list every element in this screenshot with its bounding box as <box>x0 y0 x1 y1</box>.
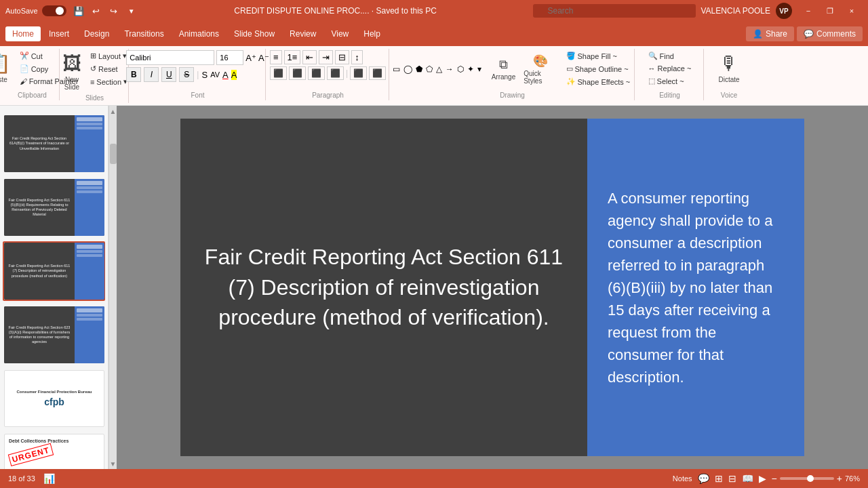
menu-review[interactable]: Review <box>283 26 323 41</box>
slide-thumb-16[interactable]: Fair Credit Reporting Act Section 611 (5… <box>3 178 105 237</box>
shape-effects-button[interactable]: ✨ Shape Effects ~ <box>563 76 634 87</box>
increase-indent-button[interactable]: ⇥ <box>319 50 333 64</box>
user-area: VALENCIA POOLE VP <box>701 3 793 19</box>
undo-button[interactable]: ↩ <box>90 4 103 18</box>
section-button[interactable]: ≡Section ▾ <box>87 76 131 87</box>
window-controls: − ❐ × <box>797 3 863 18</box>
bold-button[interactable]: B <box>126 67 141 82</box>
shape-cell[interactable]: ⬡ <box>456 64 465 75</box>
justify-button[interactable]: ⬛ <box>327 66 344 80</box>
search-input[interactable] <box>533 4 696 18</box>
drawing-label: Drawing <box>500 90 525 99</box>
menu-transitions[interactable]: Transitions <box>117 26 170 41</box>
replace-button[interactable]: ↔Replace ~ <box>645 63 695 74</box>
menu-view[interactable]: View <box>324 26 355 41</box>
slide-thumb-17[interactable]: Fair Credit Reporting Act Section 611 (7… <box>3 241 105 301</box>
char-spacing-button[interactable]: AV <box>210 70 220 79</box>
font-name-input[interactable] <box>126 50 214 65</box>
new-slide-button[interactable]: 🖼 New Slide <box>58 50 85 93</box>
decrease-indent-button[interactable]: ⇤ <box>302 50 317 64</box>
shape-cell[interactable]: ✦ <box>466 64 475 75</box>
underline-button[interactable]: U <box>161 67 176 82</box>
dictate-button[interactable]: 🎙 Dictate <box>714 50 743 85</box>
slide-thumb-20[interactable]: Debt Collections Practices URGENT <box>3 432 105 469</box>
shape-cell[interactable]: ◯ <box>402 64 414 75</box>
menu-insert[interactable]: Insert <box>42 26 76 41</box>
reset-button[interactable]: ↺Reset <box>87 63 131 75</box>
highlight-button[interactable]: A <box>231 70 237 80</box>
shape-cell[interactable]: △ <box>435 64 443 75</box>
slide-thumb-19[interactable]: Consumer Financial Protection Bureau cfp… <box>3 369 105 428</box>
slide-body-text: A consumer reporting agency shall provid… <box>608 187 784 388</box>
align-center-button[interactable]: ⬛ <box>289 66 306 80</box>
scroll-thumb[interactable] <box>110 144 117 164</box>
editing-group: 🔍Find ↔Replace ~ ⬚Select ~ Editing <box>636 49 704 100</box>
slide-thumb-15[interactable]: Fair Credit Reporting Act Section 61A(B)… <box>3 108 105 174</box>
menu-animations[interactable]: Animations <box>172 26 226 41</box>
shapes-more-button[interactable]: ▾ <box>476 64 483 75</box>
slide-canvas[interactable]: Fair Credit Reporting Act Section 611 (7… <box>180 119 804 456</box>
columns-button[interactable]: ⊟ <box>335 50 349 64</box>
font-shadow-button[interactable]: S <box>201 70 208 80</box>
text-direction-button[interactable]: ⬛ <box>350 66 367 80</box>
line-spacing-button[interactable]: ↕ <box>351 50 363 64</box>
numbering-button[interactable]: 1≡ <box>284 50 301 64</box>
menu-home[interactable]: Home <box>5 26 41 41</box>
comments-button[interactable]: 💬Comments <box>797 26 863 41</box>
main-area: Fair Credit Reporting Act Section 61A(B)… <box>0 106 868 469</box>
paste-button[interactable]: 📋 Paste <box>0 50 15 85</box>
increase-font-button[interactable]: A⁺ <box>245 53 256 63</box>
shape-cell[interactable]: → <box>444 64 455 75</box>
menu-slideshow[interactable]: Slide Show <box>227 26 281 41</box>
shape-cell[interactable]: ⬠ <box>425 64 434 75</box>
slide-panel-scrollbar[interactable]: ▲ ▼ <box>108 106 117 469</box>
autosave-toggle[interactable] <box>42 5 66 16</box>
find-button[interactable]: 🔍Find <box>645 50 677 62</box>
zoom-percent: 76% <box>845 474 860 483</box>
slideshow-button[interactable]: ▶ <box>759 473 766 484</box>
strikethrough-button[interactable]: S <box>179 67 194 82</box>
customize-icon[interactable]: ▼ <box>125 4 138 18</box>
shape-cell[interactable]: ⬟ <box>414 64 424 75</box>
quick-styles-button[interactable]: 🎨 Quick Styles <box>519 52 561 87</box>
redo-button[interactable]: ↪ <box>107 4 121 18</box>
shape-cell[interactable]: ▭ <box>391 64 401 75</box>
shape-outline-button[interactable]: ▭ Shape Outline ~ <box>563 63 634 75</box>
menu-design[interactable]: Design <box>77 26 116 41</box>
shape-fill-button[interactable]: 🪣 Shape Fill ~ <box>563 50 634 62</box>
close-button[interactable]: × <box>841 3 863 18</box>
normal-view-button[interactable]: ⊞ <box>715 473 723 484</box>
font-color-button[interactable]: A <box>222 70 229 80</box>
zoom-slider[interactable] <box>780 477 834 480</box>
slide-thumb-18[interactable]: Fair Credit Reporting Act Section 623 (3… <box>3 305 105 365</box>
editing-label: Editing <box>659 90 680 99</box>
italic-button[interactable]: I <box>144 67 159 82</box>
clipboard-label: Clipboard <box>18 90 47 99</box>
search-wrapper: 🔍 <box>533 4 696 18</box>
notes-button[interactable]: Notes <box>673 474 692 483</box>
menu-help[interactable]: Help <box>357 26 387 41</box>
zoom-out-button[interactable]: − <box>772 473 777 484</box>
minimize-button[interactable]: − <box>797 3 819 18</box>
reading-view-button[interactable]: 📖 <box>742 473 753 484</box>
arrange-button[interactable]: ⧉ Arrange <box>489 56 519 83</box>
slide-sorter-button[interactable]: ⊟ <box>728 473 736 484</box>
smart-art-button[interactable]: ⬛ <box>369 66 386 80</box>
zoom-in-button[interactable]: + <box>837 473 842 484</box>
font-group: A⁺ A⁻ B I U S | S AV A A Font <box>130 49 266 100</box>
comments-icon[interactable]: 💬 <box>698 473 709 484</box>
align-left-button[interactable]: ⬛ <box>270 66 287 80</box>
font-size-input[interactable] <box>216 50 243 65</box>
save-button[interactable]: 💾 <box>72 4 85 18</box>
restore-button[interactable]: ❐ <box>819 3 841 18</box>
layout-button[interactable]: ⊞Layout ▾ <box>87 50 131 62</box>
bullets-button[interactable]: ≡ <box>270 50 282 64</box>
select-button[interactable]: ⬚Select ~ <box>645 75 688 87</box>
canvas-area: Fair Credit Reporting Act Section 611 (7… <box>117 106 868 469</box>
title-bar: AutoSave 💾 ↩ ↪ ▼ CREDIT DISPUTE ONLINE P… <box>0 0 868 22</box>
user-avatar[interactable]: VP <box>776 3 792 19</box>
shapes-palette: ▭ ◯ ⬟ ⬠ △ → ⬡ ✦ ▾ <box>391 64 488 75</box>
align-right-button[interactable]: ⬛ <box>308 66 325 80</box>
share-button[interactable]: 👤Share <box>746 26 794 41</box>
voice-group: 🎙 Dictate Voice <box>705 49 753 100</box>
